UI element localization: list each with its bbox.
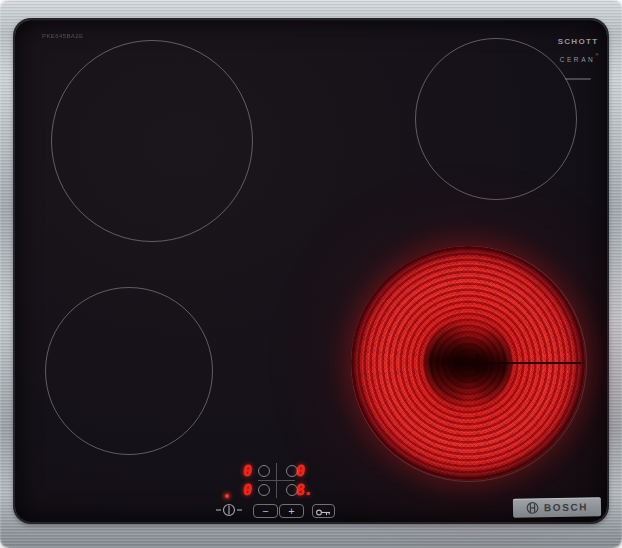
zone-select-front-left[interactable]: [258, 484, 270, 496]
limiter-tick: [476, 354, 479, 372]
zone-select-rear-right[interactable]: [286, 465, 298, 477]
display-front-left: 0: [242, 483, 257, 498]
power-icon: [216, 505, 242, 516]
model-number: PKE645BA2E: [42, 33, 83, 39]
burner-ring-rear-left: [51, 40, 253, 242]
bosch-logo-icon: [526, 501, 539, 514]
schott-ceran-logo: SCHOTT CERAN®: [550, 37, 606, 67]
ceran-wordmark: CERAN: [560, 56, 596, 63]
key-lock-icon: [315, 508, 332, 517]
minus-button[interactable]: −: [253, 504, 278, 518]
registered-mark: ®: [595, 52, 598, 57]
zone-select-front-right[interactable]: [286, 484, 298, 496]
burner-zone-front-right-active: [351, 246, 585, 480]
schott-brand: SCHOTT: [550, 37, 606, 47]
plus-label: +: [288, 505, 294, 517]
burner-ring-rear-right: [415, 38, 577, 200]
display-rear-left: 0: [242, 464, 257, 479]
schott-fineprint-line: [565, 78, 591, 80]
zone-select-rear-left[interactable]: [258, 465, 270, 477]
power-button[interactable]: [214, 501, 244, 519]
burner-ring-front-left: [45, 287, 213, 455]
bosch-badge: BOSCH: [513, 497, 601, 518]
key-lock-button[interactable]: [312, 504, 335, 518]
bosch-wordmark: BOSCH: [544, 501, 588, 513]
minus-label: −: [262, 505, 268, 517]
thermal-limiter-line: [468, 362, 581, 364]
plus-button[interactable]: +: [279, 504, 304, 518]
hob-photo: PKE645BA2E SCHOTT CERAN®: [0, 0, 622, 548]
glass-surface: PKE645BA2E SCHOTT CERAN®: [15, 20, 607, 522]
display-divider-horizontal: [258, 480, 295, 481]
power-indicator-led: [225, 494, 229, 498]
